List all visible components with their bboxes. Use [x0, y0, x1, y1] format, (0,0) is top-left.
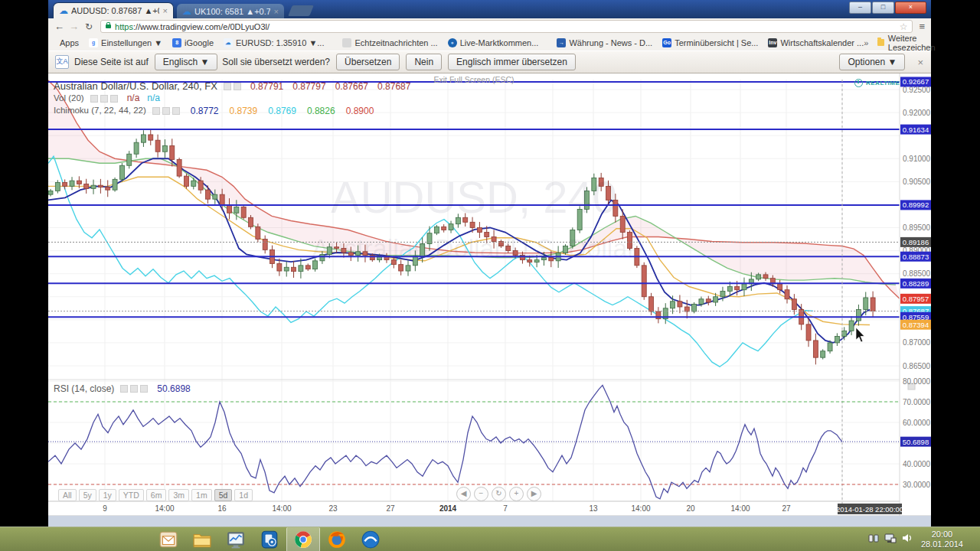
svg-text:30.0000: 30.0000 [903, 481, 931, 489]
zoom-in-icon[interactable]: + [509, 487, 524, 501]
mail-taskbar-icon[interactable] [152, 527, 185, 551]
ichimoku-chikou-line [48, 156, 813, 367]
svg-text:14:00: 14:00 [272, 504, 291, 513]
tab-uk100[interactable]: ☁ UK100: 6581 ▲+0.77% × [177, 4, 284, 18]
rsi-label[interactable]: RSI (14, close) [54, 383, 114, 394]
tray-devices-icon[interactable] [868, 533, 880, 547]
open-value: 0.87791 [250, 81, 283, 92]
ssl-lock-icon [106, 24, 111, 28]
legend-icon[interactable] [100, 95, 108, 103]
tab-audusd[interactable]: ☁ AUDUSD: 0.87687 ▲+0.36 × [53, 2, 174, 18]
ichimoku-value: 0.8772 [191, 106, 219, 116]
legend-icon[interactable] [152, 107, 160, 115]
range-button-1m[interactable]: 1m [191, 489, 212, 501]
legend-icon[interactable] [90, 95, 98, 103]
volume-value: n/a [127, 93, 140, 104]
forward-icon[interactable]: → [69, 21, 79, 32]
legend-icon[interactable] [172, 107, 180, 115]
range-button-1y[interactable]: 1y [99, 489, 116, 501]
tray-network-icon[interactable] [884, 533, 897, 547]
bookmark-star-icon[interactable]: ☆ [900, 21, 908, 32]
reload-icon[interactable]: ↻ [85, 21, 93, 32]
rsi-value: 50.6898 [157, 383, 190, 394]
range-button-3m[interactable]: 3m [168, 489, 189, 501]
back-icon[interactable]: ← [54, 21, 64, 32]
page-bottom-strip [48, 516, 931, 527]
grid-horizontal [48, 90, 900, 484]
more-bookmarks-label[interactable]: Weitere Lesezeichen [888, 34, 939, 52]
svg-text:14:00: 14:00 [730, 504, 750, 513]
price-chart[interactable]: 0.925000.920000.910000.905000.895000.890… [48, 73, 931, 527]
translate-bar: 文A Diese Seite ist auf Englisch ▼ Soll s… [48, 51, 931, 73]
range-button-ytd[interactable]: YTD [119, 489, 144, 501]
svg-text:0.87394: 0.87394 [903, 321, 929, 329]
svg-text:14:00: 14:00 [155, 504, 174, 513]
explorer-taskbar-icon[interactable] [185, 527, 219, 551]
legend-icon[interactable] [110, 95, 118, 103]
no-button[interactable]: Nein [406, 54, 442, 70]
reset-icon[interactable]: ↻ [492, 487, 506, 501]
tab-close-icon[interactable]: × [274, 7, 279, 16]
range-button-6m[interactable]: 6m [146, 489, 167, 501]
address-bar[interactable]: https ://www.tradingview.com/e/0DLyuO3l/… [100, 20, 913, 33]
firefox-taskbar-icon[interactable] [320, 527, 354, 551]
scroll-left-icon[interactable]: ◀ [456, 487, 471, 501]
bookmark-label: Echtzeitnachrichten ... [354, 38, 437, 47]
options-dropdown[interactable]: Optionen ▼ [839, 54, 905, 70]
language-dropdown[interactable]: Englisch ▼ [155, 54, 218, 70]
bookmarks-overflow-icon[interactable]: » [864, 38, 868, 47]
scroll-right-icon[interactable]: ▶ [527, 487, 541, 501]
zoom-out-icon[interactable]: − [474, 487, 488, 501]
always-translate-button[interactable]: Englisch immer übersetzen [448, 54, 576, 70]
range-button-1d[interactable]: 1d [234, 489, 253, 501]
high-value: 0.87797 [292, 81, 325, 92]
minimize-button[interactable]: – [849, 2, 871, 14]
openoffice-taskbar-icon[interactable] [354, 527, 387, 551]
legend-icon[interactable] [224, 83, 231, 90]
taskbar: 20:00 28.01.2014 [0, 527, 980, 551]
tab-close-icon[interactable]: × [163, 6, 168, 15]
svg-text:20: 20 [686, 504, 695, 513]
apps-label[interactable]: Apps [60, 38, 79, 47]
bookmark-item[interactable]: Echtzeitnachrichten ... [342, 38, 437, 47]
legend-icon[interactable] [130, 385, 138, 393]
rsi-line [48, 385, 842, 499]
volume-icon[interactable] [901, 532, 913, 547]
bookmark-favicon: ☁ [224, 38, 233, 47]
gear-app-taskbar-icon[interactable] [253, 527, 286, 551]
bookmark-item[interactable]: gEinstellungen ▼ [89, 38, 162, 47]
legend-icon[interactable] [120, 385, 128, 393]
bookmark-item[interactable]: 8iGoogle [172, 38, 214, 47]
legend-icon[interactable] [234, 83, 241, 90]
tradingview-cloud-icon: ☁ [182, 6, 191, 17]
tray-icons [868, 532, 913, 547]
bookmark-item[interactable]: GoTerminübersicht | Se... [662, 38, 758, 47]
bookmark-item[interactable]: InvWirtschaftskalender ... [768, 38, 864, 47]
volume-label[interactable]: Vol (20) [54, 93, 84, 104]
bookmark-item[interactable]: ●Live-Marktkommen... [448, 38, 539, 47]
translate-button[interactable]: Übersetzen [336, 54, 400, 70]
bookmark-item[interactable]: →Währung - News - D... [557, 38, 652, 47]
chrome-taskbar-icon[interactable] [286, 527, 320, 551]
bookmark-item[interactable]: ☁EURUSD: 1.35910 ▼... [224, 38, 324, 47]
chart-app-taskbar-icon[interactable] [219, 527, 253, 551]
browser-menu-icon[interactable]: ≡ [919, 21, 925, 32]
translate-icon: 文A [55, 55, 69, 69]
ichimoku-label[interactable]: Ichimoku (7, 22, 44, 22) [54, 105, 146, 116]
svg-text:0.92000: 0.92000 [903, 109, 931, 117]
range-button-5d[interactable]: 5d [214, 489, 233, 501]
symbol-title[interactable]: Australian Dollar/U.S. Dollar, 240, FX [54, 80, 217, 92]
new-tab-button[interactable] [288, 5, 314, 16]
url-scheme: https [115, 22, 133, 31]
chart-legend: Australian Dollar/U.S. Dollar, 240, FX 0… [54, 80, 410, 117]
legend-icon[interactable] [140, 385, 148, 393]
maximize-button[interactable]: □ [872, 2, 894, 14]
realtime-label: REALTIME [866, 80, 900, 86]
close-button[interactable]: × [895, 2, 926, 14]
range-button-all[interactable]: All [58, 489, 77, 501]
taskbar-clock[interactable]: 20:00 28.01.2014 [921, 530, 963, 549]
translate-close-icon[interactable]: × [917, 57, 923, 68]
svg-text:0.89186: 0.89186 [903, 238, 929, 246]
range-button-5y[interactable]: 5y [79, 489, 96, 501]
legend-icon[interactable] [162, 107, 170, 115]
